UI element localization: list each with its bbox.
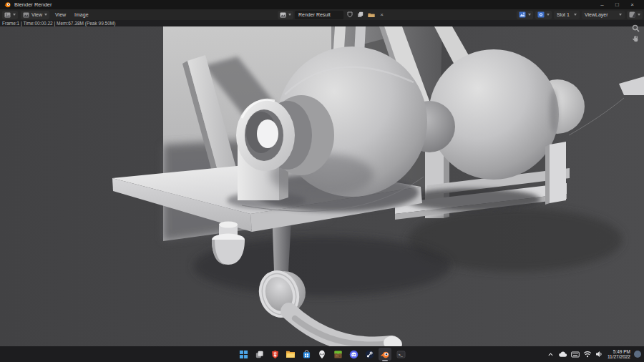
image-icon: [23, 12, 29, 18]
touch-keyboard-icon[interactable]: [571, 350, 580, 358]
slot-label: Slot 1: [557, 12, 570, 17]
clock-date: 11/27/2022: [608, 354, 630, 360]
start-button[interactable]: [237, 348, 250, 361]
window-title: Blender Render: [14, 1, 52, 8]
image-pin-toggle[interactable]: [517, 11, 533, 19]
chevron-down-icon: [44, 14, 47, 16]
chevron-up-icon[interactable]: [547, 350, 555, 358]
header-left-group: View View Image: [2, 11, 92, 19]
new-image-icon[interactable]: [356, 11, 365, 19]
viewport-gizmos: [631, 24, 640, 44]
terminal-icon[interactable]: >_: [394, 348, 407, 361]
minecraft-icon[interactable]: [331, 348, 344, 361]
blender-taskbar-icon[interactable]: [379, 348, 391, 361]
clock-time: 5:49 PM: [608, 349, 630, 355]
fake-user-icon[interactable]: [345, 11, 354, 19]
chevron-down-icon: [13, 14, 16, 16]
blue-image-icon: [537, 11, 545, 18]
browse-image-button[interactable]: [278, 11, 293, 19]
window-controls: – □ ×: [595, 0, 640, 9]
chevron-down-icon: [528, 14, 531, 16]
unlink-image-icon[interactable]: ×: [377, 11, 386, 19]
blender-window: Blender Render – □ × View View Im: [0, 0, 644, 362]
zoom-gizmo-magnifier-icon[interactable]: [631, 24, 640, 33]
chevron-down-icon: [619, 14, 622, 16]
file-explorer-icon[interactable]: [284, 348, 297, 361]
chevron-down-icon: [638, 14, 640, 16]
brave-browser-icon[interactable]: [268, 348, 281, 361]
render-image: [0, 26, 644, 346]
editor-type-button[interactable]: [2, 11, 18, 19]
image-datablock-group: Render Result ×: [278, 11, 386, 19]
system-tray: 5:49 PM 11/27/2022: [547, 349, 641, 360]
terminal-glyph: >_: [398, 353, 403, 357]
blue-image-icon: [519, 11, 526, 18]
pan-gizmo-hand-icon[interactable]: [631, 34, 640, 44]
taskbar-center-icons: >_: [237, 348, 407, 361]
chevron-down-icon: [288, 14, 291, 16]
notification-badge[interactable]: [634, 351, 641, 358]
taskbar-clock[interactable]: 5:49 PM 11/27/2022: [608, 349, 630, 360]
render-info-bar: Frame:1 | Time:00:00.22 | Mem:67.38M (Pe…: [0, 20, 644, 26]
display-channels-icon: [629, 11, 635, 18]
volume-icon[interactable]: [595, 350, 604, 358]
display-channels-dropdown[interactable]: [627, 11, 643, 19]
image-name-field[interactable]: Render Result: [295, 11, 343, 19]
minimize-button[interactable]: –: [595, 0, 610, 9]
chevron-down-icon: [547, 14, 550, 16]
slot-dropdown[interactable]: Slot 1: [554, 11, 580, 19]
microsoft-store-icon[interactable]: [300, 348, 313, 361]
menu-image[interactable]: Image: [72, 12, 91, 17]
windows-taskbar: >_ 5:49 PM 11/27/2022: [0, 346, 644, 362]
view-layer-label: ViewLayer: [585, 12, 608, 17]
discord-icon[interactable]: [347, 348, 360, 361]
image-editor-header: View View Image Render Result: [0, 9, 644, 20]
menu-view[interactable]: View: [52, 12, 69, 17]
image-editor-viewport[interactable]: [0, 26, 644, 346]
task-view-button[interactable]: [253, 348, 265, 361]
blender-logo-icon: [4, 1, 11, 8]
wifi-icon[interactable]: [583, 350, 592, 358]
onedrive-cloud-icon[interactable]: [559, 350, 567, 358]
editor-mode-dropdown[interactable]: View: [21, 11, 49, 19]
alienware-icon[interactable]: [316, 348, 328, 361]
mode-label: View: [31, 12, 42, 17]
header-right-group: Slot 1 ViewLayer: [517, 11, 643, 19]
open-image-folder-icon[interactable]: [366, 11, 376, 19]
render-slot-toggle[interactable]: [535, 11, 552, 19]
steam-icon[interactable]: [363, 348, 376, 361]
view-layer-dropdown[interactable]: ViewLayer: [582, 11, 625, 19]
title-bar: Blender Render – □ ×: [0, 0, 644, 9]
image-icon: [280, 12, 286, 18]
maximize-button[interactable]: □: [610, 0, 625, 9]
close-button[interactable]: ×: [625, 0, 640, 9]
image-editor-icon: [4, 12, 11, 18]
chevron-down-icon: [574, 14, 577, 16]
